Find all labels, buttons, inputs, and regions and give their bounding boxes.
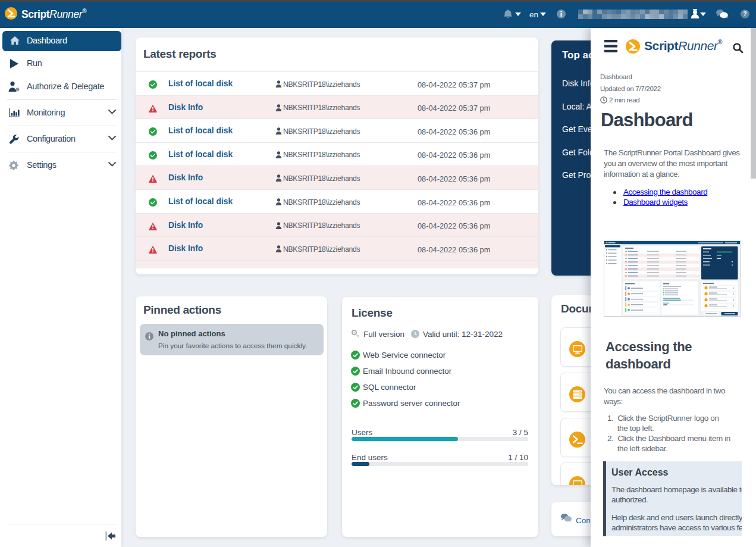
svg-text:?: ? — [743, 10, 746, 17]
